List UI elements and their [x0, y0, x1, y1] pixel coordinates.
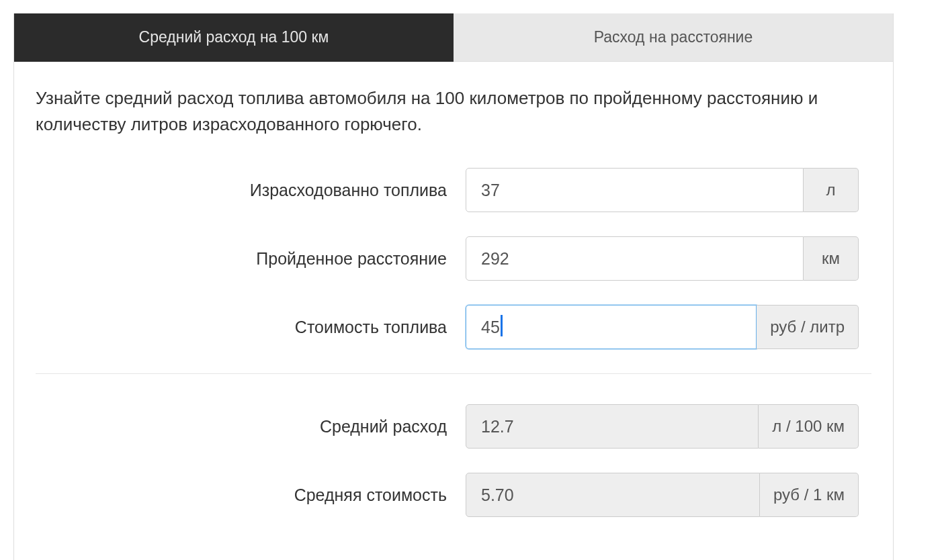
input-fuel-used[interactable]: [466, 168, 804, 212]
section-divider: [36, 373, 871, 374]
label-avg-consumption: Средний расход: [36, 417, 466, 436]
row-distance: Пройденное расстояние км: [36, 236, 871, 281]
input-group-fuel-price: 45 руб / литр: [466, 305, 859, 349]
input-distance[interactable]: [466, 236, 804, 281]
unit-fuel-used: л: [804, 168, 859, 212]
row-fuel-price: Стоимость топлива 45 руб / литр: [36, 305, 871, 349]
row-fuel-used: Израсходованно топлива л: [36, 168, 871, 212]
row-avg-cost: Средняя стоимость руб / 1 км: [36, 473, 871, 517]
output-group-avg-cost: руб / 1 км: [466, 473, 859, 517]
unit-distance: км: [804, 236, 859, 281]
input-fuel-price-value: 45: [481, 318, 500, 337]
calculator-container: Средний расход на 100 км Расход на расст…: [13, 13, 894, 560]
label-fuel-used: Израсходованно топлива: [36, 181, 466, 200]
label-fuel-price: Стоимость топлива: [36, 318, 466, 337]
unit-fuel-price: руб / литр: [757, 305, 859, 349]
input-group-fuel-used: л: [466, 168, 859, 212]
tabs-bar: Средний расход на 100 км Расход на расст…: [14, 13, 893, 62]
input-group-distance: км: [466, 236, 859, 281]
output-avg-cost: [466, 473, 760, 517]
text-cursor: [501, 315, 503, 336]
tab-distance-consumption[interactable]: Расход на расстояние: [454, 13, 893, 62]
input-fuel-price[interactable]: 45: [466, 305, 757, 349]
row-avg-consumption: Средний расход л / 100 км: [36, 404, 871, 449]
label-distance: Пройденное расстояние: [36, 249, 466, 269]
unit-avg-consumption: л / 100 км: [759, 404, 859, 449]
tab-avg-consumption[interactable]: Средний расход на 100 км: [14, 13, 454, 62]
tab-content: Узнайте средний расход топлива автомобил…: [14, 62, 893, 560]
description-text: Узнайте средний расход топлива автомобил…: [36, 85, 871, 138]
unit-avg-cost: руб / 1 км: [760, 473, 859, 517]
output-avg-consumption: [466, 404, 759, 449]
label-avg-cost: Средняя стоимость: [36, 485, 466, 505]
output-group-avg-consumption: л / 100 км: [466, 404, 859, 449]
